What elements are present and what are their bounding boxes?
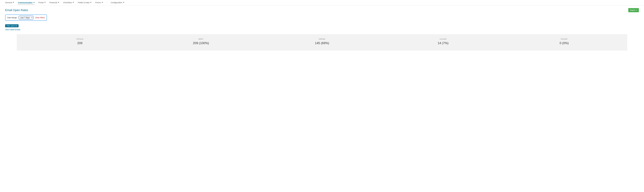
content: Email Open Rates Export Date Range Last … xyxy=(0,5,644,53)
page-title: Email Open Rates xyxy=(5,8,28,12)
stat-label: CLICKS xyxy=(382,38,504,40)
nav-communication[interactable]: Communication xyxy=(18,1,34,5)
nav-forms[interactable]: Forms xyxy=(95,1,103,4)
export-label: Export xyxy=(630,9,635,11)
stat-value: 145 (69%) xyxy=(262,41,382,45)
nav-label: Fields & Data xyxy=(78,1,90,3)
date-range-label: Date Range xyxy=(7,16,17,19)
export-button[interactable]: Export xyxy=(628,8,639,12)
stat-value: 14 (7%) xyxy=(382,41,504,45)
nav-label: Checklists xyxy=(63,1,72,3)
stat-label: OPENS xyxy=(262,38,382,40)
stat-clicks: CLICKS 14 (7%) xyxy=(382,38,504,45)
filter-options-label: Filter options xyxy=(6,25,16,27)
nav-financial[interactable]: Financial xyxy=(50,1,59,4)
filter-box: Date Range Last 7 Days Clear Filters xyxy=(5,14,47,21)
nav-label: Forms xyxy=(95,1,101,3)
stat-label: SENT xyxy=(140,38,262,40)
chevron-down-icon xyxy=(636,10,637,10)
chevron-down-icon xyxy=(58,2,59,3)
stat-label: FAILED xyxy=(504,38,625,40)
chevron-down-icon xyxy=(44,2,46,3)
stat-totals: TOTALS 209 xyxy=(19,38,140,45)
chevron-down-icon xyxy=(123,2,124,3)
chevron-down-icon xyxy=(102,2,103,3)
nav-checklists[interactable]: Checklists xyxy=(63,1,74,4)
stat-value: 0 (0%) xyxy=(504,41,625,45)
stat-value: 209 (100%) xyxy=(140,41,262,45)
date-range-select-wrap: Last 7 Days xyxy=(19,16,33,19)
nav-portal[interactable]: Portal xyxy=(38,1,46,4)
nav-fields-data[interactable]: Fields & Data xyxy=(78,1,92,4)
stat-value: 209 xyxy=(19,41,140,45)
chevron-down-icon xyxy=(73,2,74,3)
stat-sent: SENT 209 (100%) xyxy=(140,38,262,45)
view-failed-emails-link[interactable]: View Failed Emails xyxy=(5,28,20,31)
chevron-down-icon xyxy=(13,2,14,3)
nav-label: Configuration xyxy=(111,1,122,3)
nav-label: Financial xyxy=(50,1,57,3)
chevron-down-icon xyxy=(90,2,92,3)
nav-label: Portal xyxy=(38,1,44,3)
nav-label: General xyxy=(5,1,12,3)
nav-general[interactable]: General xyxy=(5,1,14,4)
chevron-right-icon xyxy=(16,25,17,26)
clear-filters-link[interactable]: Clear Filters xyxy=(35,16,45,19)
stat-opens: OPENS 145 (69%) xyxy=(262,38,382,45)
date-range-select[interactable]: Last 7 Days xyxy=(19,16,33,19)
stat-label: TOTALS xyxy=(19,38,140,40)
nav-divider xyxy=(107,1,107,4)
stat-failed: FAILED 0 (0%) xyxy=(504,38,625,45)
stats-panel: TOTALS 209 SENT 209 (100%) OPENS 145 (69… xyxy=(17,34,627,51)
chevron-down-icon xyxy=(33,2,35,3)
header-row: Email Open Rates Export xyxy=(5,8,639,12)
nav-label: Communication xyxy=(18,1,32,4)
top-nav: General Communication Portal Financial C… xyxy=(0,0,644,5)
filter-options-button[interactable]: Filter options xyxy=(5,24,18,27)
nav-configuration[interactable]: Configuration xyxy=(111,1,124,4)
